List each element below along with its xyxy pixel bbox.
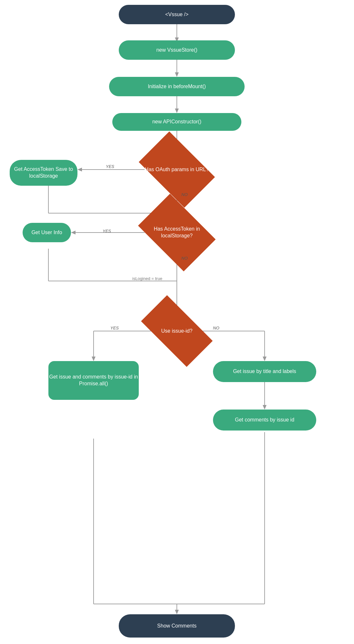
get-comments-by-issue-id-node: Get comments by issue id: [213, 410, 316, 431]
get-user-info-node: Get User Info: [23, 223, 71, 242]
use-issue-id-yes-label: YES: [110, 326, 119, 330]
access-token-no-label: NO: [181, 256, 188, 261]
api-constructor-node: new APIConstructor(): [112, 113, 241, 131]
svg-marker-15: [71, 231, 76, 234]
initialize-node: Initialize in beforeMount(): [109, 77, 245, 96]
get-access-token-node: Get AccessToken Save to localStorage: [10, 160, 77, 186]
oauth-no-label: NO: [181, 192, 188, 197]
vssue-store-node: new VssueStore(): [119, 40, 235, 60]
vssue-node: <Vssue />: [119, 5, 235, 24]
get-issue-by-title-node: Get issue by title and labels: [213, 361, 316, 382]
oauth-diamond: Has OAuth params in URL?: [139, 131, 215, 208]
access-token-diamond: Has AccessToken in localStorage?: [138, 194, 216, 271]
svg-marker-27: [263, 405, 267, 410]
svg-marker-25: [263, 357, 267, 361]
svg-marker-5: [175, 109, 179, 113]
get-issue-comments-node: Get issue and comments by issue-id in Pr…: [48, 361, 139, 400]
is-logined-label: isLogined = true: [132, 276, 162, 281]
flowchart: <Vssue /> new VssueStore() Initialize in…: [0, 0, 354, 644]
use-issue-id-no-label: NO: [213, 326, 219, 330]
svg-marker-9: [77, 168, 82, 171]
access-token-yes-label: YES: [103, 229, 111, 234]
show-comments-node: Show Comments: [119, 614, 235, 638]
svg-marker-3: [175, 72, 179, 77]
use-issue-id-diamond: Use issue-id?: [141, 295, 213, 367]
svg-marker-22: [92, 357, 96, 361]
svg-marker-33: [175, 610, 179, 614]
oauth-yes-label: YES: [106, 164, 114, 169]
